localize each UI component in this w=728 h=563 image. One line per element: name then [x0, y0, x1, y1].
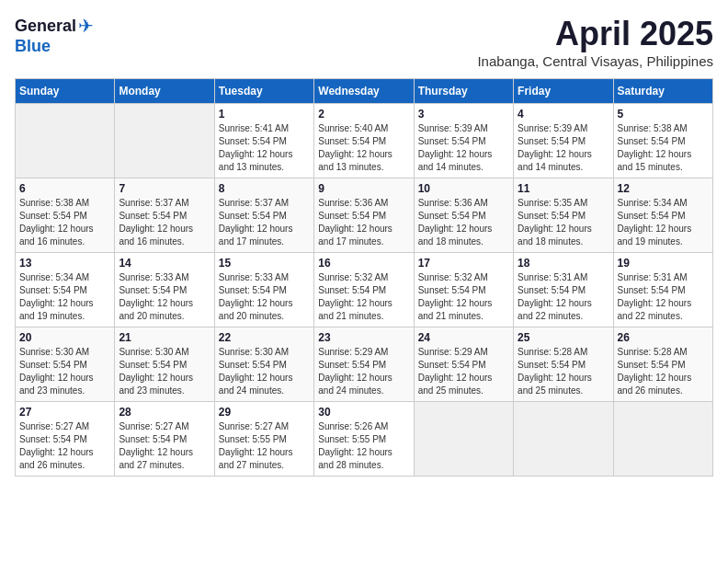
day-info: Sunrise: 5:39 AM Sunset: 5:54 PM Dayligh…	[518, 122, 609, 174]
day-info: Sunrise: 5:36 AM Sunset: 5:54 PM Dayligh…	[418, 197, 509, 248]
calendar-cell: 19Sunrise: 5:31 AM Sunset: 5:54 PM Dayli…	[613, 253, 712, 327]
day-info: Sunrise: 5:28 AM Sunset: 5:54 PM Dayligh…	[518, 346, 609, 397]
day-info: Sunrise: 5:38 AM Sunset: 5:54 PM Dayligh…	[19, 197, 110, 248]
calendar-cell: 15Sunrise: 5:33 AM Sunset: 5:54 PM Dayli…	[214, 253, 313, 327]
day-number: 28	[119, 406, 210, 419]
calendar-cell: 11Sunrise: 5:35 AM Sunset: 5:54 PM Dayli…	[514, 178, 613, 253]
day-info: Sunrise: 5:28 AM Sunset: 5:54 PM Dayligh…	[618, 346, 709, 397]
subtitle: Inabanga, Central Visayas, Philippines	[477, 53, 713, 69]
logo: General ✈ Blue	[15, 15, 94, 56]
calendar-cell: 10Sunrise: 5:36 AM Sunset: 5:54 PM Dayli…	[414, 178, 513, 253]
weekday-header-wednesday: Wednesday	[314, 79, 414, 104]
calendar-cell: 20Sunrise: 5:30 AM Sunset: 5:54 PM Dayli…	[16, 327, 115, 402]
calendar-cell	[514, 402, 613, 477]
day-number: 27	[19, 406, 110, 419]
logo-blue: Blue	[15, 37, 51, 55]
calendar-cell	[414, 402, 513, 477]
day-info: Sunrise: 5:32 AM Sunset: 5:54 PM Dayligh…	[318, 271, 409, 323]
calendar-cell: 27Sunrise: 5:27 AM Sunset: 5:54 PM Dayli…	[16, 402, 115, 477]
calendar-cell: 12Sunrise: 5:34 AM Sunset: 5:54 PM Dayli…	[613, 178, 712, 253]
day-info: Sunrise: 5:34 AM Sunset: 5:54 PM Dayligh…	[19, 271, 110, 323]
day-number: 17	[418, 257, 509, 270]
calendar-cell: 24Sunrise: 5:29 AM Sunset: 5:54 PM Dayli…	[414, 327, 513, 402]
day-number: 1	[219, 108, 310, 121]
day-number: 8	[219, 182, 310, 195]
calendar-cell: 4Sunrise: 5:39 AM Sunset: 5:54 PM Daylig…	[514, 104, 613, 178]
day-info: Sunrise: 5:29 AM Sunset: 5:54 PM Dayligh…	[418, 346, 509, 397]
calendar-cell: 23Sunrise: 5:29 AM Sunset: 5:54 PM Dayli…	[314, 327, 414, 402]
calendar-cell: 29Sunrise: 5:27 AM Sunset: 5:55 PM Dayli…	[214, 402, 313, 477]
calendar-cell: 25Sunrise: 5:28 AM Sunset: 5:54 PM Dayli…	[514, 327, 613, 402]
calendar-cell: 13Sunrise: 5:34 AM Sunset: 5:54 PM Dayli…	[16, 253, 115, 327]
day-number: 24	[418, 331, 509, 344]
day-info: Sunrise: 5:27 AM Sunset: 5:54 PM Dayligh…	[19, 420, 110, 472]
day-number: 21	[119, 331, 210, 344]
weekday-header-tuesday: Tuesday	[214, 79, 313, 104]
calendar-cell: 22Sunrise: 5:30 AM Sunset: 5:54 PM Dayli…	[214, 327, 313, 402]
calendar-cell: 17Sunrise: 5:32 AM Sunset: 5:54 PM Dayli…	[414, 253, 513, 327]
day-info: Sunrise: 5:37 AM Sunset: 5:54 PM Dayligh…	[119, 197, 210, 248]
day-info: Sunrise: 5:37 AM Sunset: 5:54 PM Dayligh…	[219, 197, 310, 248]
day-info: Sunrise: 5:33 AM Sunset: 5:54 PM Dayligh…	[219, 271, 310, 323]
day-number: 30	[318, 406, 409, 419]
day-info: Sunrise: 5:36 AM Sunset: 5:54 PM Dayligh…	[318, 197, 409, 248]
day-info: Sunrise: 5:30 AM Sunset: 5:54 PM Dayligh…	[19, 346, 110, 397]
day-number: 20	[19, 331, 110, 344]
day-info: Sunrise: 5:26 AM Sunset: 5:55 PM Dayligh…	[318, 420, 409, 472]
day-number: 6	[19, 182, 110, 195]
calendar-cell: 8Sunrise: 5:37 AM Sunset: 5:54 PM Daylig…	[214, 178, 313, 253]
logo-general: General	[15, 17, 76, 36]
calendar-cell: 9Sunrise: 5:36 AM Sunset: 5:54 PM Daylig…	[314, 178, 414, 253]
calendar-table: SundayMondayTuesdayWednesdayThursdayFrid…	[15, 78, 713, 477]
day-number: 12	[618, 182, 709, 195]
day-number: 23	[318, 331, 409, 344]
day-info: Sunrise: 5:34 AM Sunset: 5:54 PM Dayligh…	[618, 197, 709, 248]
day-info: Sunrise: 5:35 AM Sunset: 5:54 PM Dayligh…	[518, 197, 609, 248]
calendar-cell	[16, 104, 115, 178]
day-info: Sunrise: 5:40 AM Sunset: 5:54 PM Dayligh…	[318, 122, 409, 174]
calendar-cell: 3Sunrise: 5:39 AM Sunset: 5:54 PM Daylig…	[414, 104, 513, 178]
day-info: Sunrise: 5:30 AM Sunset: 5:54 PM Dayligh…	[219, 346, 310, 397]
day-number: 18	[518, 257, 609, 270]
day-number: 7	[119, 182, 210, 195]
day-number: 5	[618, 108, 709, 121]
calendar-cell	[613, 402, 712, 477]
day-info: Sunrise: 5:27 AM Sunset: 5:55 PM Dayligh…	[219, 420, 310, 472]
day-info: Sunrise: 5:33 AM Sunset: 5:54 PM Dayligh…	[119, 271, 210, 323]
calendar-cell	[115, 104, 214, 178]
day-number: 29	[219, 406, 310, 419]
day-info: Sunrise: 5:31 AM Sunset: 5:54 PM Dayligh…	[618, 271, 709, 323]
day-number: 16	[318, 257, 409, 270]
calendar-cell: 16Sunrise: 5:32 AM Sunset: 5:54 PM Dayli…	[314, 253, 414, 327]
weekday-header-thursday: Thursday	[414, 79, 513, 104]
logo-bird-icon: ✈	[78, 15, 94, 37]
calendar-cell: 2Sunrise: 5:40 AM Sunset: 5:54 PM Daylig…	[314, 104, 414, 178]
day-number: 3	[418, 108, 509, 121]
day-number: 26	[618, 331, 709, 344]
day-info: Sunrise: 5:27 AM Sunset: 5:54 PM Dayligh…	[119, 420, 210, 472]
day-number: 2	[318, 108, 409, 121]
day-info: Sunrise: 5:41 AM Sunset: 5:54 PM Dayligh…	[219, 122, 310, 174]
day-info: Sunrise: 5:29 AM Sunset: 5:54 PM Dayligh…	[318, 346, 409, 397]
calendar-cell: 18Sunrise: 5:31 AM Sunset: 5:54 PM Dayli…	[514, 253, 613, 327]
day-number: 14	[119, 257, 210, 270]
calendar-cell: 14Sunrise: 5:33 AM Sunset: 5:54 PM Dayli…	[115, 253, 214, 327]
weekday-header-saturday: Saturday	[613, 79, 712, 104]
day-info: Sunrise: 5:38 AM Sunset: 5:54 PM Dayligh…	[618, 122, 709, 174]
month-title: April 2025	[477, 15, 713, 53]
calendar-cell: 6Sunrise: 5:38 AM Sunset: 5:54 PM Daylig…	[16, 178, 115, 253]
calendar-cell: 30Sunrise: 5:26 AM Sunset: 5:55 PM Dayli…	[314, 402, 414, 477]
day-number: 11	[518, 182, 609, 195]
calendar-cell: 28Sunrise: 5:27 AM Sunset: 5:54 PM Dayli…	[115, 402, 214, 477]
day-number: 22	[219, 331, 310, 344]
day-info: Sunrise: 5:32 AM Sunset: 5:54 PM Dayligh…	[418, 271, 509, 323]
weekday-header-friday: Friday	[514, 79, 613, 104]
calendar-cell: 21Sunrise: 5:30 AM Sunset: 5:54 PM Dayli…	[115, 327, 214, 402]
title-area: April 2025 Inabanga, Central Visayas, Ph…	[477, 15, 713, 69]
calendar-cell: 26Sunrise: 5:28 AM Sunset: 5:54 PM Dayli…	[613, 327, 712, 402]
weekday-header-sunday: Sunday	[16, 79, 115, 104]
day-info: Sunrise: 5:39 AM Sunset: 5:54 PM Dayligh…	[418, 122, 509, 174]
day-number: 9	[318, 182, 409, 195]
weekday-header-monday: Monday	[115, 79, 214, 104]
day-info: Sunrise: 5:30 AM Sunset: 5:54 PM Dayligh…	[119, 346, 210, 397]
